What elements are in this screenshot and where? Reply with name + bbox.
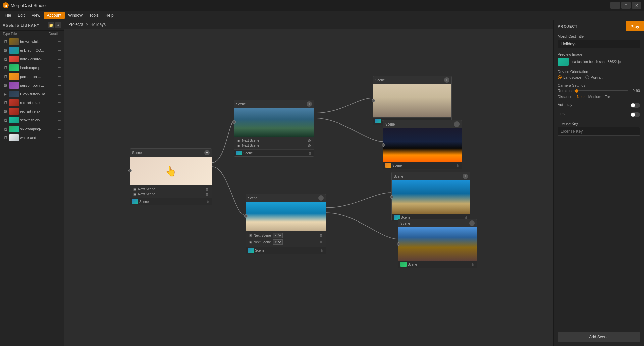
asset-item-5[interactable]: 🖼person-poin-...••• xyxy=(0,81,64,90)
node4-add[interactable]: + xyxy=(444,77,449,83)
node6-input-connector[interactable] xyxy=(390,195,393,199)
node6-add[interactable]: + xyxy=(463,174,468,179)
asset-type-icon-4: 🖼 xyxy=(3,74,8,79)
node2-add[interactable]: + xyxy=(307,101,312,107)
asset-item-4[interactable]: 🖼person-on-...••• xyxy=(0,72,64,81)
node5-add[interactable]: + xyxy=(454,121,460,127)
scene-node-6[interactable]: Scene + Scene 🗑 xyxy=(391,172,470,221)
preview-image-filename: sea-fashion-beach-sand-33622.jp... xyxy=(571,60,623,64)
node2-input-connector[interactable] xyxy=(232,120,236,124)
orientation-portrait[interactable]: Portrait xyxy=(585,75,602,79)
asset-name-10: six-camping-... xyxy=(20,127,56,131)
node1-delete[interactable]: 🗑 xyxy=(206,200,210,204)
scene-node-3[interactable]: Scene + ▣ Next Scene ▾ ▣ N xyxy=(246,194,326,254)
distance-near[interactable]: Near xyxy=(577,95,585,99)
asset-menu-7[interactable]: ••• xyxy=(58,101,61,105)
menu-file[interactable]: File xyxy=(1,12,14,19)
node3-out2-select[interactable]: ▾ xyxy=(273,239,283,245)
asset-menu-3[interactable]: ••• xyxy=(58,66,61,70)
asset-menu-11[interactable]: ••• xyxy=(58,136,61,140)
node5-input-connector[interactable] xyxy=(382,143,385,147)
scene-node-4[interactable]: Scene + Scene 🗑 xyxy=(373,76,452,125)
menu-window[interactable]: Window xyxy=(65,12,86,19)
scene-node-5[interactable]: Scene + Scene 🗑 xyxy=(383,120,462,169)
node1-footer-thumb xyxy=(132,199,138,204)
rotation-slider[interactable] xyxy=(574,90,628,91)
node1-out1-dot[interactable] xyxy=(206,188,208,191)
play-button[interactable]: Play xyxy=(626,21,644,31)
asset-menu-5[interactable]: ••• xyxy=(58,84,61,87)
node7-delete[interactable]: 🗑 xyxy=(471,263,475,266)
node3-out1-select[interactable]: ▾ xyxy=(273,233,283,238)
node2-delete[interactable]: 🗑 xyxy=(309,151,312,155)
menu-edit[interactable]: Edit xyxy=(14,12,28,19)
distance-medium[interactable]: Medium xyxy=(588,95,601,99)
hls-toggle[interactable] xyxy=(631,112,640,117)
node5-delete[interactable]: 🗑 xyxy=(456,164,460,167)
node2-output2[interactable]: ▣ Next Scene xyxy=(236,143,312,148)
node3-output1[interactable]: ▣ Next Scene ▾ xyxy=(248,232,324,239)
menu-view[interactable]: View xyxy=(28,12,44,19)
scene-node-7[interactable]: Scene + Scene 🗑 xyxy=(398,219,477,268)
asset-menu-9[interactable]: ••• xyxy=(58,118,61,122)
node3-add[interactable]: + xyxy=(318,195,324,201)
asset-item-10[interactable]: 🖼six-camping-...••• xyxy=(0,125,64,133)
asset-item-8[interactable]: 🖼red-art-relax...••• xyxy=(0,107,64,116)
node3-out1-dot[interactable] xyxy=(320,234,322,237)
morphcast-title-input[interactable] xyxy=(558,40,640,48)
maximize-button[interactable]: □ xyxy=(621,2,631,9)
asset-item-7[interactable]: 🖼red-art-relax...••• xyxy=(0,98,64,107)
node7-add[interactable]: + xyxy=(469,220,475,226)
autoplay-toggle[interactable] xyxy=(631,103,640,108)
menu-account[interactable]: Account xyxy=(44,12,65,19)
node2-title: Scene xyxy=(236,102,246,106)
node1-input-connector[interactable] xyxy=(128,169,132,172)
asset-name-1: ej-k-eunirCQ... xyxy=(20,48,56,52)
node7-footer-label: Scene xyxy=(408,263,417,266)
distance-far[interactable]: Far xyxy=(605,95,610,99)
asset-item-0[interactable]: 🖼brown-wick...••• xyxy=(0,37,64,46)
node2-out1-dot[interactable] xyxy=(308,139,311,142)
asset-type-icon-5: 🖼 xyxy=(3,83,8,88)
menu-help[interactable]: Help xyxy=(102,12,117,19)
asset-menu-4[interactable]: ••• xyxy=(58,75,61,79)
menu-tools[interactable]: Tools xyxy=(86,12,102,19)
assets-folder-icon[interactable]: 📁 xyxy=(48,22,54,28)
orientation-landscape[interactable]: Landscape xyxy=(558,75,581,79)
node3-out2-dot[interactable] xyxy=(320,241,322,243)
breadcrumb-projects[interactable]: Projects xyxy=(68,22,83,27)
assets-add-icon[interactable]: + xyxy=(55,22,61,28)
add-scene-button[interactable]: Add Scene xyxy=(558,332,640,342)
close-button[interactable]: ✕ xyxy=(632,2,641,9)
node3-output2[interactable]: ▣ Next Scene ▾ xyxy=(248,239,324,245)
asset-name-11: white-and-... xyxy=(20,136,56,140)
asset-menu-1[interactable]: ••• xyxy=(58,49,61,52)
node2-out2-dot[interactable] xyxy=(308,144,311,147)
node1-out2-dot[interactable] xyxy=(206,193,208,196)
asset-item-1[interactable]: 🖼ej-k-eunirCQ...••• xyxy=(0,46,64,55)
asset-type-icon-10: 🖼 xyxy=(3,126,8,132)
asset-item-2[interactable]: 🖼hotel-leisure-...••• xyxy=(0,55,64,63)
node3-delete[interactable]: 🗑 xyxy=(320,249,324,252)
asset-menu-6[interactable]: ••• xyxy=(58,92,61,96)
node1-output2[interactable]: ▣ Next Scene xyxy=(132,192,210,197)
asset-menu-10[interactable]: ••• xyxy=(58,127,61,131)
minimize-button[interactable]: – xyxy=(610,2,620,9)
license-key-input[interactable] xyxy=(558,127,640,136)
node4-input-connector[interactable] xyxy=(372,99,375,102)
asset-item-11[interactable]: 🖼white-and-...••• xyxy=(0,133,64,142)
node3-input-connector[interactable] xyxy=(244,214,248,218)
scene-node-1[interactable]: Scene + ▣ Next Scene ▣ Next Scene xyxy=(130,148,212,205)
asset-item-6[interactable]: ▶Play-Button-Da...••• xyxy=(0,90,64,98)
asset-menu-8[interactable]: ••• xyxy=(58,110,61,113)
node7-input-connector[interactable] xyxy=(397,242,400,246)
asset-item-9[interactable]: 🖼sea-fashion-...••• xyxy=(0,116,64,125)
node1-add[interactable]: + xyxy=(204,150,210,155)
node2-output1[interactable]: ▣ Next Scene xyxy=(236,138,312,143)
scene-node-2[interactable]: Scene + ▣ Next Scene ▣ Next Scene xyxy=(234,100,314,157)
asset-menu-0[interactable]: ••• xyxy=(58,40,61,44)
asset-thumb-8 xyxy=(9,108,19,115)
asset-item-3[interactable]: 🖼landscape-p...••• xyxy=(0,63,64,72)
node1-output1[interactable]: ▣ Next Scene xyxy=(132,187,210,192)
asset-menu-2[interactable]: ••• xyxy=(58,57,61,61)
